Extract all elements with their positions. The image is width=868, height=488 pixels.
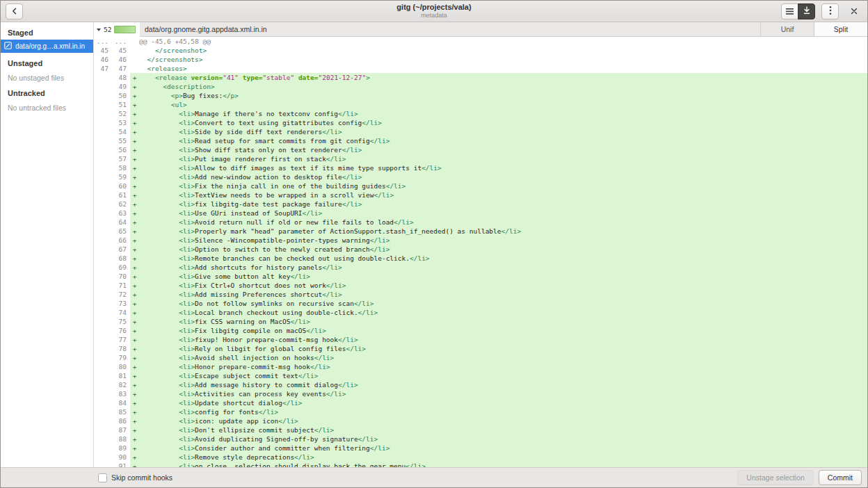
diff-added-line[interactable]: 69+ <li>Add shortcuts for history panels… bbox=[94, 263, 867, 272]
diff-added-line[interactable]: 82+ <li>Add message history to commit di… bbox=[94, 380, 867, 389]
diff-added-line[interactable]: 60+ <li>Fix the ninja call in one of the… bbox=[94, 181, 867, 190]
diff-added-line[interactable]: 55+ <li>Read setup for smart commits fro… bbox=[94, 136, 867, 145]
diff-added-line[interactable]: 52+ <li>Manage if there's no textconv co… bbox=[94, 109, 867, 118]
old-line-number bbox=[94, 91, 112, 100]
new-line-number: 85 bbox=[112, 407, 130, 416]
diff-line-content: <li>Do not follow symlinks on recursive … bbox=[139, 299, 867, 308]
diff-added-line[interactable]: 54+ <li>Side by side diff text renderers… bbox=[94, 127, 867, 136]
diff-added-line[interactable]: 81+ <li>Escape subject commit text</li> bbox=[94, 371, 867, 380]
diff-line-marker: + bbox=[130, 371, 139, 380]
commit-save-button[interactable] bbox=[798, 3, 815, 19]
diff-added-line[interactable]: 85+ <li>config for fonts</li> bbox=[94, 407, 867, 416]
diff-line-content: <li>Activities can process key events</l… bbox=[139, 389, 867, 398]
diff-added-line[interactable]: 80+ <li>Honor prepare-commit-msg hook</l… bbox=[94, 362, 867, 371]
diff-added-line[interactable]: 89+ <li>Consider author and committer wh… bbox=[94, 444, 867, 453]
diff-added-line[interactable]: 53+ <li>Convert to text using gitattribu… bbox=[94, 118, 867, 127]
new-line-number: 87 bbox=[112, 425, 130, 434]
diff-added-line[interactable]: 62+ <li>fix libgitg-date test package fa… bbox=[94, 200, 867, 209]
diff-added-line[interactable]: 88+ <li>Avoid duplicating Signed-off-by … bbox=[94, 434, 867, 444]
diff-added-line[interactable]: 50+ <p>Bug fixes:</p> bbox=[94, 91, 867, 100]
diff-line-content: <li>Rely on libgit for global config fil… bbox=[139, 344, 867, 353]
old-line-number bbox=[94, 317, 112, 326]
skip-commit-hooks-checkbox[interactable] bbox=[98, 473, 107, 482]
diff-added-line[interactable]: 75+ <li>fix CSS warning on MacOS</li> bbox=[94, 317, 867, 326]
diff-line-marker: + bbox=[130, 353, 139, 362]
diff-line-marker bbox=[130, 64, 139, 73]
unstage-selection-button[interactable]: Unstage selection bbox=[737, 470, 813, 485]
diff-line-content: <release version="41" type="stable" date… bbox=[139, 73, 867, 82]
new-line-number: 60 bbox=[112, 181, 130, 190]
new-line-number: 61 bbox=[112, 190, 130, 200]
diff-line-content: @@ -45,6 +45,58 @@ bbox=[139, 37, 867, 46]
diff-added-line[interactable]: 73+ <li>Do not follow symlinks on recurs… bbox=[94, 299, 867, 308]
expander-icon[interactable] bbox=[97, 29, 101, 31]
diff-line-content: <li>Side by side diff text renderers</li… bbox=[139, 127, 867, 136]
list-view-button[interactable] bbox=[781, 3, 798, 19]
diff-content[interactable]: ......@@ -45,6 +45,58 @@4545 </screensho… bbox=[94, 37, 867, 467]
diff-hunk-header-row[interactable]: ......@@ -45,6 +45,58 @@ bbox=[94, 37, 867, 46]
diff-stat-cell: 52 bbox=[94, 22, 140, 37]
close-button[interactable] bbox=[845, 3, 862, 19]
diff-added-line[interactable]: 49+ <description> bbox=[94, 82, 867, 91]
old-line-number bbox=[94, 109, 112, 118]
diff-line-content: <li>Silence -Wincompatible-pointer-types… bbox=[139, 236, 867, 245]
diff-added-line[interactable]: 86+ <li>icon: update app icon</li> bbox=[94, 416, 867, 425]
diff-added-line[interactable]: 90+ <li>Remove style deprecations</li> bbox=[94, 453, 867, 462]
new-line-number: 47 bbox=[112, 64, 130, 73]
diff-added-line[interactable]: 68+ <li>Remote branches can be checked o… bbox=[94, 254, 867, 263]
diff-added-line[interactable]: 57+ <li>Put image renderer first on stac… bbox=[94, 154, 867, 163]
diff-added-line[interactable]: 87+ <li>Don't ellipsize commit subject</… bbox=[94, 425, 867, 434]
old-line-number bbox=[94, 82, 112, 91]
old-line-number bbox=[94, 344, 112, 353]
old-line-number bbox=[94, 353, 112, 362]
diff-added-line[interactable]: 67+ <li>Option to switch to the newly cr… bbox=[94, 245, 867, 254]
diff-added-line[interactable]: 77+ <li>fixup! Honor prepare-commit-msg … bbox=[94, 335, 867, 344]
diff-line-content: <li>Avoid shell injection on hooks</li> bbox=[139, 353, 867, 362]
diff-context-line[interactable]: 4545 </screenshot> bbox=[94, 46, 867, 55]
diff-added-line[interactable]: 76+ <li>Fix libgitg compile on macOS</li… bbox=[94, 326, 867, 335]
diff-added-line[interactable]: 66+ <li>Silence -Wincompatible-pointer-t… bbox=[94, 236, 867, 245]
new-line-number: 45 bbox=[112, 46, 130, 55]
diff-context-line[interactable]: 4747 <releases> bbox=[94, 64, 867, 73]
diff-added-line[interactable]: 63+ <li>Use GUri instead of SoupURI</li> bbox=[94, 209, 867, 218]
diff-added-line[interactable]: 59+ <li>Add new-window action to desktop… bbox=[94, 172, 867, 181]
diff-added-line[interactable]: 51+ <ul> bbox=[94, 100, 867, 109]
untracked-heading: Untracked bbox=[1, 83, 93, 100]
old-line-number bbox=[94, 154, 112, 163]
new-line-number: 55 bbox=[112, 136, 130, 145]
diff-added-line[interactable]: 61+ <li>TextView needs to be wrapped in … bbox=[94, 190, 867, 200]
old-line-number bbox=[94, 73, 112, 82]
diff-line-marker: + bbox=[130, 335, 139, 344]
menu-button[interactable] bbox=[821, 3, 839, 19]
old-line-number bbox=[94, 416, 112, 425]
diff-pane: 52 data/org.gnome.gitg.appdata.xml.in.in… bbox=[94, 22, 867, 467]
diff-added-line[interactable]: 58+ <li>Allow to diff images as text if … bbox=[94, 163, 867, 172]
window-subtitle: metadata bbox=[140, 12, 728, 19]
diff-added-line[interactable]: 74+ <li>Local branch checkout using doub… bbox=[94, 308, 867, 317]
diff-added-line[interactable]: 56+ <li>Show diff stats only on text ren… bbox=[94, 145, 867, 154]
diff-added-line[interactable]: 83+ <li>Activities can process key event… bbox=[94, 389, 867, 398]
diff-added-line[interactable]: 79+ <li>Avoid shell injection on hooks</… bbox=[94, 353, 867, 362]
view-split-button[interactable]: Split bbox=[814, 22, 867, 36]
diff-line-content: <li>fix libgitg-date test package failur… bbox=[139, 200, 867, 209]
commit-button[interactable]: Commit bbox=[819, 470, 862, 485]
diff-added-line[interactable]: 72+ <li>Add missing Preferences shortcut… bbox=[94, 290, 867, 299]
back-button[interactable] bbox=[6, 3, 23, 19]
diff-context-line[interactable]: 4646 </screenshots> bbox=[94, 55, 867, 64]
diff-added-line[interactable]: 65+ <li>Properly mark "head" parameter o… bbox=[94, 227, 867, 236]
diff-added-line[interactable]: 84+ <li>Update shortcut dialog</li> bbox=[94, 398, 867, 407]
diff-added-line[interactable]: 64+ <li>Avoid return null if old or new … bbox=[94, 218, 867, 227]
diff-line-content: <description> bbox=[139, 82, 867, 91]
diff-added-line[interactable]: 78+ <li>Rely on libgit for global config… bbox=[94, 344, 867, 353]
new-line-number: 70 bbox=[112, 272, 130, 281]
diff-added-line[interactable]: 91+ <li>on close, selection should displ… bbox=[94, 462, 867, 467]
old-line-number bbox=[94, 398, 112, 407]
sidebar-item-staged-file[interactable]: data/org.g…a.xml.in.in bbox=[1, 40, 93, 53]
staged-file-label: data/org.g…a.xml.in.in bbox=[15, 42, 85, 50]
diff-view-toggle: Unif Split bbox=[760, 22, 867, 36]
diff-added-line[interactable]: 70+ <li>Give some button alt key</li> bbox=[94, 272, 867, 281]
view-unif-button[interactable]: Unif bbox=[760, 22, 814, 36]
old-line-number bbox=[94, 200, 112, 209]
diff-added-line[interactable]: 48+ <release version="41" type="stable" … bbox=[94, 73, 867, 82]
diff-added-line[interactable]: 71+ <li>Fix Ctrl+O shortcut does not wor… bbox=[94, 281, 867, 290]
